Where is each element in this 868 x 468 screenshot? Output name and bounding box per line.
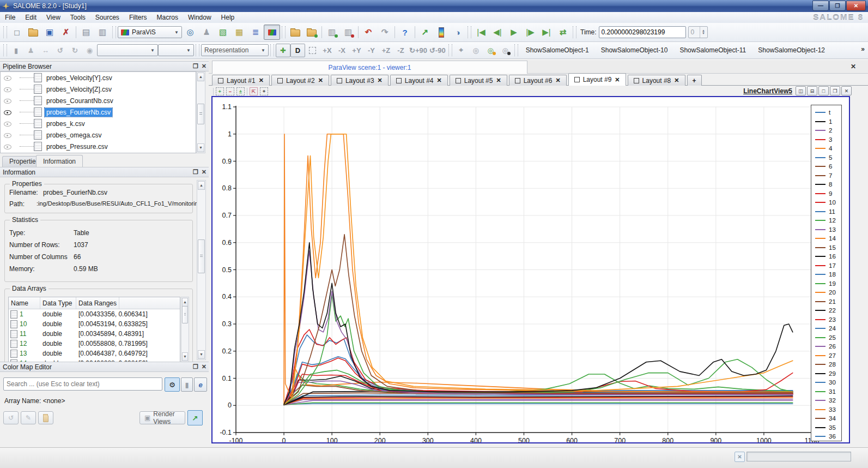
data-arrays-table[interactable]: NameData TypeData Ranges1double[0.004333… bbox=[8, 297, 180, 362]
layout-tab-9[interactable]: Layout #9✕ bbox=[568, 73, 626, 86]
scroll-up-arrow[interactable]: ▲ bbox=[198, 181, 205, 190]
connect-server-icon[interactable]: ▥ bbox=[324, 25, 340, 40]
progress-cancel-button[interactable]: ✕ bbox=[735, 452, 745, 462]
visibility-eye-icon[interactable] bbox=[3, 85, 12, 94]
show-salome-object-1-button[interactable]: ShowSalomeObject-1 bbox=[520, 44, 595, 56]
line-chart-view[interactable]: -0.100.10.20.30.40.50.60.70.80.911.1-100… bbox=[211, 96, 850, 443]
close-tab-icon[interactable]: ✕ bbox=[318, 77, 323, 84]
cme-scalar-bar-button[interactable]: ▮ bbox=[181, 377, 193, 392]
close-view-button[interactable]: ✕ bbox=[841, 86, 852, 95]
scroll-down-arrow[interactable]: ▼ bbox=[198, 350, 205, 359]
sync-view-icon[interactable]: ◉ bbox=[82, 44, 97, 57]
pipeline-item[interactable]: probes_Velocity[Y].csv bbox=[1, 72, 196, 83]
geometry-box-icon[interactable]: ▧ bbox=[215, 25, 231, 40]
minimize-button[interactable]: — bbox=[812, 1, 829, 11]
copy-icon[interactable]: ▤ bbox=[78, 25, 94, 40]
menu-filters[interactable]: Filters bbox=[124, 13, 152, 22]
probe-point-icon[interactable]: ♟ bbox=[23, 44, 38, 57]
rotate-90ccw-icon[interactable]: ↺-90 bbox=[428, 44, 447, 57]
scroll-up-arrow[interactable]: ▲ bbox=[182, 298, 188, 307]
split-horizontal-button[interactable]: ◫ bbox=[796, 86, 806, 95]
close-tab-icon[interactable]: ✕ bbox=[496, 77, 501, 84]
color-field-combo[interactable]: ▼ bbox=[97, 44, 158, 56]
visibility-eye-icon[interactable] bbox=[3, 131, 12, 140]
scrollbar-thumb[interactable] bbox=[197, 104, 204, 124]
scroll-up-arrow[interactable]: ▲ bbox=[197, 73, 204, 81]
pick-center-icon[interactable]: ◎ bbox=[498, 44, 513, 57]
yacs-schema-icon[interactable]: ≣ bbox=[247, 25, 264, 40]
pipeline-tree[interactable]: probes_Velocity[Y].csvprobes_Velocity[Z]… bbox=[0, 71, 196, 153]
fit-width-icon[interactable]: ↔ bbox=[38, 44, 53, 57]
view-plus-y-icon[interactable]: +Y bbox=[349, 44, 364, 57]
redo-icon[interactable]: ↷ bbox=[377, 25, 393, 40]
view-minus-z-icon[interactable]: -Z bbox=[393, 44, 408, 57]
save-document-icon[interactable]: ▣ bbox=[41, 25, 58, 40]
layout-tab-6[interactable]: Layout #6✕ bbox=[509, 75, 567, 86]
scene-tab[interactable]: ParaView scene:1 - viewer:1 bbox=[212, 61, 527, 74]
pipeline-float-button[interactable]: ❐ bbox=[193, 63, 198, 70]
data-array-row[interactable]: 10double[0.00453194, 0.633825] bbox=[9, 319, 180, 329]
pipeline-item[interactable]: probes_Pressure.csv bbox=[1, 141, 196, 152]
float-view-button[interactable]: ❐ bbox=[830, 86, 840, 95]
close-tab-icon[interactable]: ✕ bbox=[437, 77, 442, 84]
layout-tab-5[interactable]: Layout #5✕ bbox=[450, 75, 507, 86]
data-array-row[interactable]: 12double[0.00558808, 0.781995] bbox=[9, 339, 180, 349]
open-document-icon[interactable] bbox=[25, 25, 41, 40]
module-selector-combo[interactable]: ParaViS▼ bbox=[118, 26, 182, 38]
split-vertical-button[interactable]: ⊟ bbox=[807, 86, 817, 95]
pipeline-item[interactable]: probes_CourantNb.csv bbox=[1, 95, 196, 106]
reset-camera-icon[interactable]: ✚ bbox=[276, 44, 290, 57]
cme-gear-button[interactable]: ⚙ bbox=[165, 377, 180, 392]
rotate-camera-icon[interactable]: ↺ bbox=[53, 44, 68, 57]
visibility-eye-icon[interactable] bbox=[3, 142, 12, 151]
previous-frame-icon[interactable]: ◀| bbox=[489, 25, 506, 40]
scroll-down-arrow[interactable]: ▼ bbox=[197, 143, 204, 152]
close-tab-icon[interactable]: ✕ bbox=[615, 76, 620, 83]
pipeline-item[interactable]: probes_omega.csv bbox=[1, 129, 196, 141]
view-minus-x-icon[interactable]: -X bbox=[335, 44, 349, 57]
representation-combo[interactable]: Representation▼ bbox=[201, 44, 269, 56]
close-tab-icon[interactable]: ✕ bbox=[378, 77, 383, 84]
undo-icon[interactable]: ↶ bbox=[360, 25, 377, 40]
rotate-90cw-icon[interactable]: ↻+90 bbox=[408, 44, 428, 57]
paste-icon[interactable]: ▥ bbox=[94, 25, 111, 40]
loop-icon[interactable]: ⇄ bbox=[555, 25, 571, 40]
zoom-reset-box-icon[interactable]: ± bbox=[236, 87, 245, 95]
scrollbar-thumb[interactable] bbox=[198, 239, 205, 273]
export-view-icon[interactable]: ↗ bbox=[417, 25, 433, 40]
color-legend-icon[interactable] bbox=[433, 25, 450, 40]
menu-help[interactable]: Help bbox=[216, 13, 240, 22]
data-arrays-scrollbar[interactable]: ▲ ▼ bbox=[181, 297, 189, 362]
play-icon[interactable]: ▶ bbox=[506, 25, 522, 40]
scalar-bar-icon[interactable]: ▮ bbox=[9, 44, 23, 57]
scrollbar-thumb[interactable] bbox=[182, 306, 188, 323]
cme-load-button[interactable] bbox=[38, 411, 53, 424]
pipeline-scrollbar[interactable]: ▲ ▼ bbox=[196, 71, 205, 153]
menu-sources[interactable]: Sources bbox=[90, 13, 124, 22]
last-frame-icon[interactable]: ▶| bbox=[538, 25, 555, 40]
close-button[interactable]: ✕ bbox=[846, 1, 866, 11]
cme-edit-button[interactable]: e bbox=[194, 377, 207, 392]
information-float-button[interactable]: ❐ bbox=[193, 169, 198, 176]
close-tab-icon[interactable]: ✕ bbox=[674, 77, 679, 84]
cme-search-input[interactable] bbox=[3, 377, 162, 391]
hide-center-icon[interactable]: ⌖ bbox=[454, 44, 469, 57]
layout-tab-4[interactable]: Layout #4✕ bbox=[390, 75, 448, 86]
tab-information[interactable]: Information bbox=[36, 155, 83, 167]
information-close-button[interactable]: ✕ bbox=[202, 169, 207, 176]
zoom-out-box-icon[interactable]: − bbox=[226, 87, 234, 95]
disconnect-server-icon[interactable]: ▥ bbox=[340, 25, 356, 40]
next-frame-icon[interactable]: |▶ bbox=[522, 25, 538, 40]
time-value-input[interactable] bbox=[599, 26, 686, 38]
frame-spinner[interactable]: 0▲▼ bbox=[688, 26, 708, 38]
data-array-row[interactable]: 13double[0.00464387, 0.649792] bbox=[9, 349, 180, 358]
scene-close-icon[interactable]: ✕ bbox=[851, 63, 856, 70]
zoom-in-box-icon[interactable]: + bbox=[216, 87, 224, 95]
data-array-row[interactable]: 1double[0.00433356, 0.606341] bbox=[9, 309, 180, 319]
view-minus-y-icon[interactable]: -Y bbox=[364, 44, 379, 57]
cme-close-button[interactable]: ✕ bbox=[202, 363, 207, 370]
paravis-module-icon[interactable] bbox=[264, 25, 280, 40]
pipeline-item[interactable]: probes_Velocity[Z].csv bbox=[1, 83, 196, 95]
view-plus-z-icon[interactable]: +Z bbox=[379, 44, 393, 57]
close-tab-icon[interactable]: ✕ bbox=[555, 77, 560, 84]
